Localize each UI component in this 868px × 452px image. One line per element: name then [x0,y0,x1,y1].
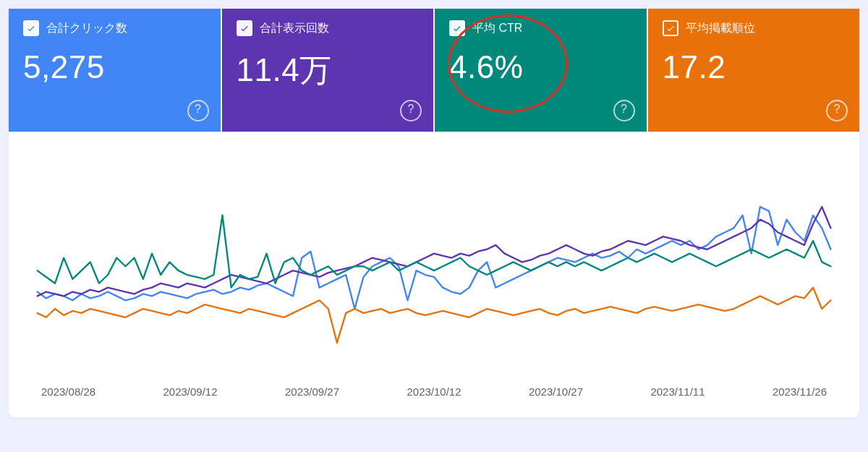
tile-impressions-label: 合計表示回数 [260,21,329,36]
x-tick: 2023/11/11 [650,385,705,398]
x-axis-ticks: 2023/08/28 2023/09/12 2023/09/27 2023/10… [23,380,845,411]
x-tick: 2023/08/28 [41,385,95,398]
tile-clicks-value: 5,275 [23,49,206,85]
chart-area: 2023/08/28 2023/09/12 2023/09/27 2023/10… [9,132,859,417]
x-tick: 2023/10/12 [407,385,461,398]
checkbox-checked-icon[interactable] [237,20,252,36]
metric-tiles: 合計クリック数 5,275 ? 合計表示回数 11.4万 ? [9,9,859,132]
tile-position-head: 平均掲載順位 [663,20,846,36]
series-clicks [38,207,831,309]
tile-ctr-label: 平均 CTR [472,21,522,36]
x-tick: 2023/10/27 [529,385,583,398]
tile-ctr-value: 4.6% [449,49,632,85]
series-position [38,288,831,343]
line-chart [23,139,845,380]
help-icon[interactable]: ? [187,100,209,121]
tile-clicks[interactable]: 合計クリック数 5,275 ? [9,9,221,132]
tile-clicks-label: 合計クリック数 [46,21,127,36]
checkbox-checked-icon[interactable] [449,20,465,36]
tile-position[interactable]: 平均掲載順位 17.2 ? [648,9,860,132]
checkbox-checked-icon[interactable] [663,20,678,36]
tile-clicks-head: 合計クリック数 [23,20,206,36]
tile-position-value: 17.2 [663,49,846,85]
tile-ctr[interactable]: 平均 CTR 4.6% ? [435,9,647,132]
help-icon[interactable]: ? [826,100,848,121]
help-icon[interactable]: ? [400,100,422,121]
x-tick: 2023/09/12 [163,385,217,398]
tile-ctr-head: 平均 CTR [449,20,632,36]
help-icon[interactable]: ? [613,100,635,121]
tile-impressions-head: 合計表示回数 [237,20,420,36]
x-tick: 2023/09/27 [285,385,339,398]
tile-impressions-value: 11.4万 [237,49,420,92]
performance-card: 合計クリック数 5,275 ? 合計表示回数 11.4万 ? [9,9,859,417]
checkbox-checked-icon[interactable] [23,20,39,36]
tile-impressions[interactable]: 合計表示回数 11.4万 ? [222,9,434,132]
x-tick: 2023/11/26 [773,385,827,398]
series-impressions [38,207,831,296]
tile-position-label: 平均掲載順位 [686,21,755,36]
